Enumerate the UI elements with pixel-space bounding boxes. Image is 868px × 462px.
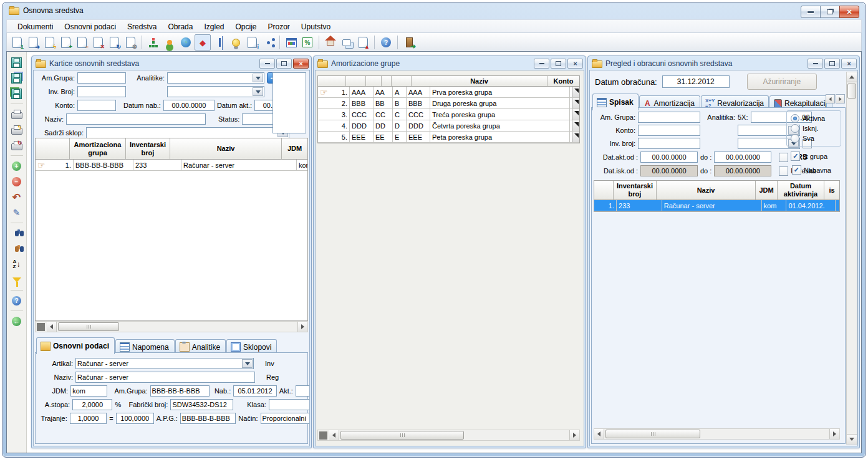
add-icon[interactable]: + <box>10 159 24 173</box>
org-chart-icon[interactable] <box>146 35 161 50</box>
tab-scroll-right-button[interactable] <box>836 94 845 103</box>
restore-button[interactable] <box>820 6 840 18</box>
konto-dropdown-icon[interactable] <box>572 109 579 120</box>
chevron-down-icon[interactable] <box>253 74 263 82</box>
close-button[interactable]: ✕ <box>839 6 859 18</box>
w2-close-button[interactable]: ✕ <box>567 59 583 69</box>
w3-title-bar[interactable]: Pregled i obracuni osnovnih sredstava ✕ <box>589 57 858 70</box>
menu-izgled[interactable]: Izgled <box>198 21 229 33</box>
w3-inv-broj-input[interactable] <box>638 138 700 149</box>
konto-dropdown-icon[interactable] <box>572 98 579 108</box>
w1-side-listbox[interactable] <box>272 72 306 133</box>
dat-isk-do-input[interactable]: 00.00.0000 <box>714 165 771 176</box>
w3-am-grupa-input[interactable] <box>638 112 700 123</box>
open-document-icon[interactable]: ➜ <box>26 35 41 50</box>
w2-col-naziv[interactable]: Naziv <box>412 76 547 86</box>
menu-prozor[interactable]: Prozor <box>263 21 296 33</box>
remove-document-icon[interactable]: − <box>74 35 89 50</box>
menu-dokumenti[interactable]: Dokumenti <box>12 21 59 33</box>
exit-icon[interactable]: ➜ <box>402 35 417 50</box>
filter-icon[interactable] <box>10 273 24 287</box>
w1-minimize-button[interactable] <box>259 59 275 69</box>
a-stopa-input[interactable]: 2,0000 <box>72 399 112 410</box>
nab-input[interactable]: 05.01.2012 <box>233 385 277 397</box>
w3-horizontal-scrollbar[interactable] <box>594 428 840 440</box>
save-icon[interactable] <box>10 55 24 69</box>
edit-icon[interactable]: ✎ <box>10 206 24 219</box>
help-icon[interactable]: ? <box>379 35 393 50</box>
comments-icon[interactable] <box>339 35 354 50</box>
naziv-input[interactable]: Računar - server <box>75 372 255 383</box>
nacin-input[interactable]: Proporcionalni <box>261 413 310 424</box>
delete-document-icon[interactable]: ✕ <box>90 35 105 50</box>
find-icon[interactable] <box>10 226 24 240</box>
scroll-right-button[interactable] <box>829 429 839 439</box>
trajanje-pct-input[interactable]: 100,0000 <box>116 413 154 424</box>
scrollbar-thumb[interactable] <box>847 84 856 99</box>
konto-dropdown-icon[interactable] <box>572 120 579 131</box>
datum-obracuna-input[interactable]: 31.12.2012 <box>662 75 730 88</box>
fabricki-input[interactable]: SDW34532-DS12 <box>170 399 233 410</box>
scrollbar-thumb[interactable] <box>605 430 700 438</box>
w1-col-grupa[interactable]: Amortizaciona grupa <box>70 138 126 159</box>
konto-dropdown-icon[interactable] <box>572 132 579 142</box>
w3-close-button[interactable]: ✕ <box>841 59 857 69</box>
radio-aktivna[interactable] <box>791 114 799 123</box>
tab-osnovni-podaci[interactable]: Osnovni podaci <box>36 337 115 354</box>
menu-obrada[interactable]: Obrada <box>162 21 198 33</box>
scroll-left-button[interactable] <box>47 322 57 332</box>
tree-view-icon[interactable] <box>212 35 227 50</box>
w1-horizontal-scrollbar[interactable] <box>35 321 308 332</box>
table-row[interactable]: 3. CCC CC C CCC Treća poreska grupa <box>318 109 579 120</box>
w1-maximize-button[interactable] <box>276 59 292 69</box>
w3-col-naziv[interactable]: Naziv <box>657 181 756 200</box>
home-icon[interactable] <box>323 35 338 50</box>
radio-sva[interactable] <box>791 134 799 143</box>
tab-spisak[interactable]: Spisak <box>592 94 639 110</box>
jdm-input[interactable]: kom <box>70 385 107 397</box>
w2-title-bar[interactable]: Amortizacione grupe ✕ <box>315 57 584 70</box>
menu-opcije[interactable]: Opcije <box>230 21 263 33</box>
apg-input[interactable]: BBB-BB-B-BBB <box>180 413 236 424</box>
print-icon[interactable] <box>10 107 24 121</box>
quick-document-icon[interactable]: ϟ <box>42 35 57 50</box>
w1-close-button[interactable]: ✕ <box>293 59 309 69</box>
w1-datum-nab-input[interactable]: 00.00.0000 <box>163 100 215 111</box>
print-copies-icon[interactable]: ↻ <box>10 138 24 152</box>
dat-akt-od-input[interactable]: 00.00.0000 <box>640 152 698 163</box>
dat-akt-do-input[interactable]: 00.00.0000 <box>714 152 771 163</box>
w3-konto-input[interactable] <box>638 125 700 136</box>
refresh-document-icon[interactable]: ↻ <box>107 35 122 50</box>
minimize-button[interactable] <box>801 6 821 18</box>
table-row[interactable]: 4. DDD DD D DDD Četvrta poreska grupa <box>318 120 579 132</box>
w2-col-konto[interactable]: Konto <box>547 76 579 86</box>
akt-input[interactable] <box>296 385 310 397</box>
new-document-icon[interactable]: 1 <box>9 35 24 50</box>
bookmark-document-icon[interactable]: ▲ <box>355 35 370 50</box>
w1-col-inv[interactable]: Inventarski broj <box>126 138 170 159</box>
table-row[interactable]: 2. BBB BB B BBB Druga poreska grupa <box>318 98 579 109</box>
w3-col-jdm[interactable]: JDM <box>756 181 778 200</box>
undo-icon[interactable]: ↶ <box>10 190 24 204</box>
w2-horizontal-scrollbar[interactable] <box>317 430 580 441</box>
w3-col-inv[interactable]: Inventarski broj <box>614 181 657 200</box>
delete-icon[interactable]: − <box>10 175 24 188</box>
nabavna-checkbox[interactable]: ✓ <box>792 165 801 175</box>
exit-icon[interactable]: ← <box>10 314 24 328</box>
save-form-icon[interactable] <box>10 71 24 85</box>
azuriranje-button[interactable]: Ažuririranje <box>747 74 817 90</box>
diamond-filter-icon[interactable]: ◆ <box>195 34 211 51</box>
w1-naziv-input[interactable] <box>66 113 206 125</box>
chevron-down-icon[interactable] <box>253 87 263 96</box>
w2-maximize-button[interactable] <box>551 59 566 69</box>
idea-bulb-icon[interactable] <box>228 35 243 50</box>
scroll-left-button[interactable] <box>329 430 339 440</box>
title-bar[interactable]: Osnovna sredstva ✕ <box>2 2 866 19</box>
mrs-checkbox[interactable] <box>779 153 788 162</box>
am-grupa-input[interactable]: BBB-BB-B-BBB <box>150 385 210 397</box>
w1-sadrzi-sklop-combo[interactable] <box>86 127 289 138</box>
share-icon[interactable] <box>261 35 276 50</box>
menu-sredstva[interactable]: Sredstva <box>122 21 162 33</box>
iz-grupa-checkbox[interactable]: ✓ <box>791 152 800 161</box>
menu-uputstvo[interactable]: Uputstvo <box>296 21 336 33</box>
